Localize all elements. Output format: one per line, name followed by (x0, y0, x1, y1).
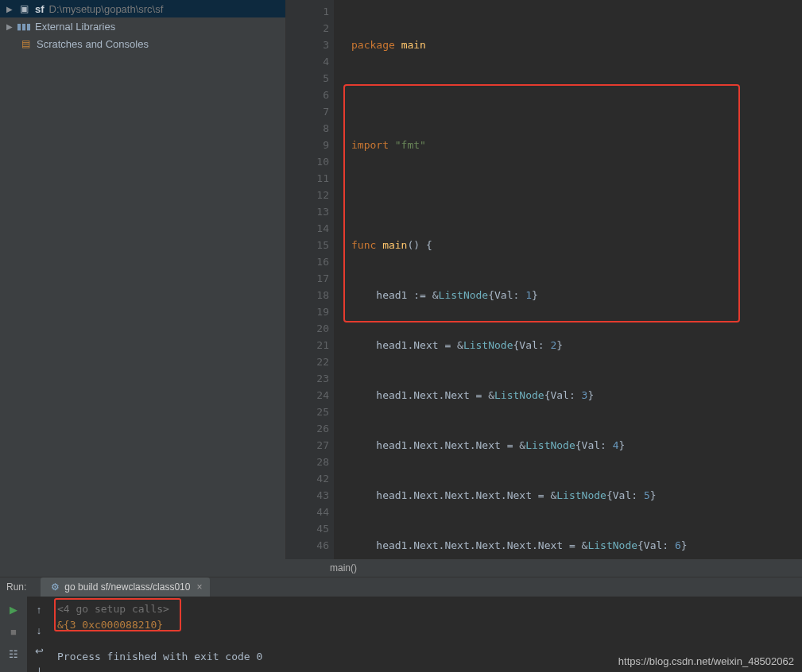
code-line (351, 187, 802, 203)
code-line: head1.Next.Next.Next.Next.Next = &ListNo… (351, 537, 802, 554)
code-line: head1 := &ListNode{Val: 1} (351, 287, 802, 303)
code-line: head1.Next.Next.Next = &ListNode{Val: 4} (351, 437, 802, 454)
run-tab-label: go build sf/newclass/class010 (64, 581, 190, 593)
breadcrumb[interactable]: main() (0, 559, 802, 577)
code-line: head1.Next = &ListNode{Val: 2} (351, 337, 802, 353)
console-line: &{3 0xc000088210} (57, 617, 796, 633)
chevron-right-icon: ▶ (6, 5, 17, 14)
rerun-button[interactable]: ▶ (6, 601, 21, 617)
code-area[interactable]: package main import "fmt" func main() { … (334, 0, 802, 559)
folder-icon: ▣ (17, 2, 30, 15)
run-config-tab[interactable]: ⚙ go build sf/newclass/class010 × (41, 577, 210, 597)
watermark: https://blog.csdn.net/weixin_48502062 (618, 655, 794, 667)
stop-button[interactable]: ■ (6, 624, 21, 639)
chevron-right-icon: ▶ (6, 22, 17, 31)
scroll-end-icon[interactable]: ⤓ (31, 663, 47, 672)
run-toolbar: ▶ ■ ☷ (0, 597, 27, 672)
code-line: head1.Next.Next = &ListNode{Val: 3} (351, 387, 802, 404)
run-label: Run: (6, 581, 26, 593)
tree-item-external-libs[interactable]: ▶ ▮▮▮ External Libraries (0, 17, 285, 35)
soft-wrap-icon[interactable]: ↩ (31, 643, 47, 658)
close-icon[interactable]: × (196, 581, 202, 593)
code-line: head1.Next.Next.Next.Next = &ListNode{Va… (351, 487, 802, 504)
code-line (351, 87, 802, 103)
layout-button[interactable]: ☷ (6, 646, 21, 662)
gear-icon: ⚙ (48, 581, 61, 593)
down-arrow-icon[interactable]: ↓ (31, 622, 47, 638)
tree-item-label: sf (35, 3, 45, 15)
breadcrumb-item[interactable]: main() (330, 562, 357, 574)
gutter: 1 2 3 4 5 6 7 8 9 10 11 12 13 14 15 16 1… (286, 0, 334, 559)
console-line (57, 633, 796, 649)
scratch-icon: ▤ (19, 37, 32, 50)
project-tree[interactable]: ▶ ▣ sf D:\mysetup\gopath\src\sf ▶ ▮▮▮ Ex… (0, 0, 286, 559)
code-line: package main (351, 37, 802, 53)
code-editor[interactable]: 1 2 3 4 5 6 7 8 9 10 11 12 13 14 15 16 1… (286, 0, 802, 559)
tree-item-label: External Libraries (35, 21, 115, 33)
tree-item-label: Scratches and Consoles (37, 38, 149, 50)
console-toolbar: ↑ ↓ ↩ ⤓ (27, 597, 51, 672)
console-line: <4 go setup calls> (57, 601, 796, 617)
tree-item-path: D:\mysetup\gopath\src\sf (49, 3, 164, 15)
code-line: func main() { (351, 237, 802, 253)
code-line: import "fmt" (351, 137, 802, 153)
up-arrow-icon[interactable]: ↑ (31, 601, 47, 617)
tree-item-scratches[interactable]: ▤ Scratches and Consoles (0, 35, 285, 52)
tree-item-sf[interactable]: ▶ ▣ sf D:\mysetup\gopath\src\sf (0, 0, 285, 17)
library-icon: ▮▮▮ (17, 20, 30, 33)
